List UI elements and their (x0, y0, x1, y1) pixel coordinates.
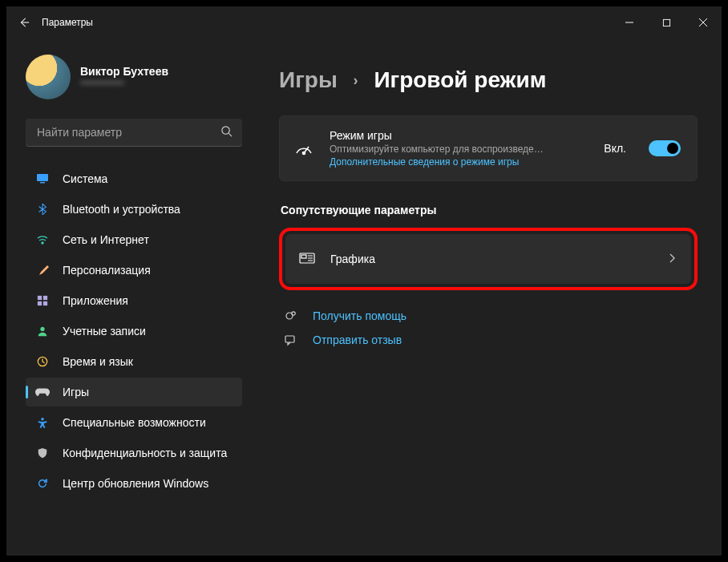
toggle-state-label: Вкл. (604, 142, 626, 155)
back-button[interactable] (6, 6, 42, 38)
game-mode-card: Режим игры Оптимизируйте компьютер для в… (279, 115, 698, 181)
svg-point-1 (222, 126, 229, 133)
help-icon (282, 309, 298, 322)
breadcrumb-current: Игровой режим (374, 67, 546, 92)
game-mode-subtitle: Оптимизируйте компьютер для воспроизведе… (330, 144, 589, 155)
nav-privacy[interactable]: Конфиденциальность и защита (26, 439, 242, 467)
svg-point-11 (41, 418, 44, 421)
nav-network[interactable]: Сеть и Интернет (26, 225, 242, 254)
nav-label: Приложения (63, 294, 128, 307)
nav-games[interactable]: Игры (26, 378, 242, 406)
chevron-right-icon: › (344, 72, 368, 88)
user-email: ••••••••••••• (80, 78, 168, 89)
game-mode-title: Режим игры (330, 129, 589, 142)
settings-window: Параметры Виктор Бухтеев ••••••••••••• (6, 6, 722, 556)
svg-rect-2 (37, 174, 48, 181)
search-icon (220, 125, 233, 140)
breadcrumb-parent[interactable]: Игры (279, 67, 338, 92)
nav-personalization[interactable]: Персонализация (26, 256, 242, 285)
svg-rect-8 (43, 301, 47, 305)
nav-label: Система (63, 172, 107, 185)
nav-bluetooth[interactable]: Bluetooth и устройства (26, 195, 242, 224)
title-bar: Параметры (6, 6, 722, 38)
app-title: Параметры (42, 17, 93, 28)
nav-system[interactable]: Система (26, 164, 242, 193)
sidebar: Виктор Бухтеев ••••••••••••• Систем (6, 38, 255, 556)
display-card-icon (298, 250, 316, 268)
nav-label: Центр обновления Windows (63, 477, 208, 490)
nav-label: Персонализация (63, 264, 151, 277)
search-box[interactable] (26, 119, 242, 147)
monitor-icon (35, 172, 50, 186)
wifi-icon (35, 232, 50, 247)
nav-list: Система Bluetooth и устройства Сеть и Ин… (26, 164, 242, 498)
bluetooth-icon (35, 202, 50, 216)
maximize-button[interactable] (648, 6, 685, 38)
clock-icon (35, 354, 50, 369)
graphics-row[interactable]: Графика (285, 234, 691, 284)
svg-rect-17 (285, 336, 294, 342)
brush-icon (35, 263, 50, 277)
nav-label: Время и язык (63, 355, 133, 368)
nav-label: Конфиденциальность и защита (63, 447, 227, 459)
nav-label: Игры (63, 386, 89, 398)
main-content: Игры › Игровой режим Режим игры Оптимизи… (255, 38, 722, 556)
minimize-button[interactable] (611, 6, 648, 38)
nav-update[interactable]: Центр обновления Windows (26, 469, 242, 498)
search-input[interactable] (35, 125, 220, 139)
svg-rect-14 (301, 255, 306, 258)
user-name: Виктор Бухтеев (80, 65, 168, 78)
gamepad-icon (35, 385, 50, 399)
graphics-label: Графика (330, 253, 654, 265)
nav-label: Специальные возможности (63, 416, 206, 429)
close-button[interactable] (685, 6, 722, 38)
nav-accessibility[interactable]: Специальные возможности (26, 408, 242, 437)
nav-label: Сеть и Интернет (63, 233, 149, 246)
highlight-annotation: Графика (279, 228, 698, 290)
svg-point-4 (42, 242, 43, 244)
nav-label: Учетные записи (63, 325, 146, 338)
person-icon (35, 324, 50, 338)
svg-rect-6 (43, 296, 47, 300)
game-mode-toggle[interactable] (649, 140, 681, 156)
nav-time-language[interactable]: Время и язык (26, 347, 242, 376)
nav-apps[interactable]: Приложения (26, 286, 242, 315)
svg-rect-0 (663, 19, 669, 26)
get-help-link[interactable]: Получить помощь (279, 309, 698, 322)
update-icon (35, 476, 50, 491)
feedback-icon (282, 334, 298, 346)
feedback-label: Отправить отзыв (313, 334, 402, 346)
speedometer-icon (293, 137, 315, 160)
related-section-label: Сопутствующие параметры (281, 204, 698, 216)
apps-icon (35, 293, 50, 308)
shield-icon (35, 446, 50, 460)
get-help-label: Получить помощь (313, 309, 406, 322)
nav-accounts[interactable]: Учетные записи (26, 317, 242, 346)
game-mode-learn-more-link[interactable]: Дополнительные сведения о режиме игры (330, 156, 589, 168)
svg-rect-5 (38, 296, 42, 300)
svg-rect-7 (38, 301, 42, 305)
nav-label: Bluetooth и устройства (63, 203, 180, 216)
svg-point-9 (40, 327, 44, 331)
avatar (26, 55, 71, 99)
accessibility-icon (35, 415, 50, 430)
user-profile[interactable]: Виктор Бухтеев ••••••••••••• (26, 55, 242, 99)
breadcrumb: Игры › Игровой режим (279, 67, 698, 93)
feedback-link[interactable]: Отправить отзыв (279, 334, 698, 346)
svg-rect-3 (40, 182, 45, 184)
chevron-right-icon (669, 252, 675, 266)
